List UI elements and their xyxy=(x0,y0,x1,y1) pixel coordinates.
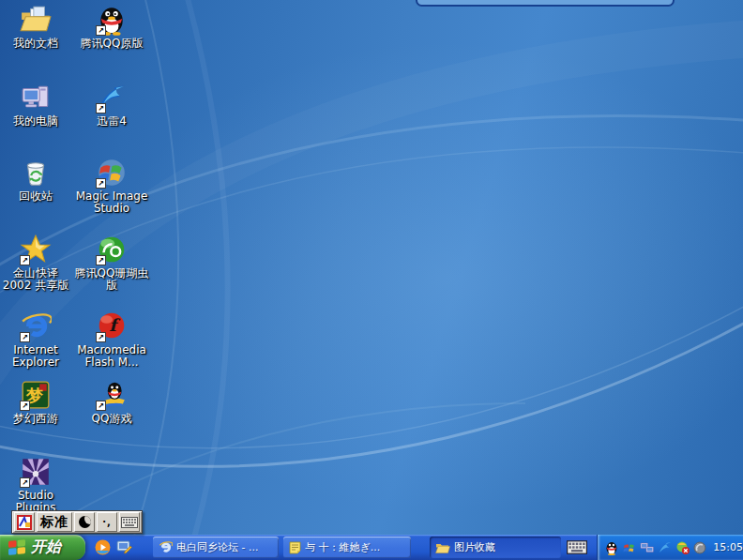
shortcut-arrow-icon: ↗ xyxy=(96,25,106,36)
icon-label: 迅雷4 xyxy=(97,114,127,128)
task-label: 电白同乡论坛 - ... xyxy=(176,540,258,554)
my-computer-icon xyxy=(20,82,52,114)
task-label: 图片收藏 xyxy=(454,540,495,554)
input-method-glyph xyxy=(17,515,32,530)
desktop-icon-qq-games[interactable]: ↗ QQ游戏 xyxy=(71,379,152,425)
desktop-icon-menghuan-xiyou[interactable]: 梦 ↗ 梦幻西游 xyxy=(0,379,76,425)
icon-label: QQ游戏 xyxy=(92,412,132,425)
shortcut-arrow-icon: ↗ xyxy=(96,255,106,265)
icon-label: Magic Image xyxy=(76,189,148,203)
desktop-icon-qq-original[interactable]: ↗ 腾讯QQ原版 xyxy=(71,4,152,50)
keyboard-icon xyxy=(121,517,138,528)
desktop-icon-kingsoft-fastait[interactable]: ↗ 金山快译2002 共享版 xyxy=(0,234,76,292)
icon-label: 金山快译 xyxy=(13,266,58,280)
note-icon xyxy=(289,541,301,554)
icon-label: Studio xyxy=(18,489,53,502)
ime-mode-button[interactable]: 标准 xyxy=(37,512,72,532)
ie-icon xyxy=(159,540,173,554)
xunlei-icon[interactable] xyxy=(658,540,673,555)
system-tray: 15:05 xyxy=(597,535,743,560)
recycle-bin-icon xyxy=(20,157,52,189)
input-method-icon[interactable] xyxy=(14,512,35,532)
icon-label: 我的文档 xyxy=(13,37,58,50)
qq-icon[interactable] xyxy=(604,540,619,555)
start-button[interactable]: 开始 xyxy=(0,535,85,560)
keyboard-icon xyxy=(567,540,587,554)
icon-label: Macromedia xyxy=(77,343,146,356)
desktop-icon-studio-plugins[interactable]: ↗ StudioPlugins xyxy=(0,456,76,514)
icon-label: 腾讯QQ珊瑚虫 xyxy=(75,266,149,280)
shortcut-arrow-icon: ↗ xyxy=(96,103,106,114)
media-player-icon xyxy=(95,539,111,555)
icon-label: Internet xyxy=(13,343,58,356)
desktop-icon-my-computer[interactable]: 我的电脑 xyxy=(0,82,76,128)
shortcut-arrow-icon: ↗ xyxy=(96,401,106,411)
my-documents-icon xyxy=(20,4,52,36)
taskbar-keyboard-indicator[interactable] xyxy=(567,540,587,554)
fullwidth-moon-icon xyxy=(79,516,91,528)
xp-desktop-screen: 我的文档 ↗ 腾讯QQ原版 我的电脑 ↗ 迅雷4 xyxy=(0,0,743,560)
task-button-forum[interactable]: 电白同乡论坛 - ... xyxy=(153,537,279,558)
punctuation-toggle-button[interactable]: ·, xyxy=(97,512,117,532)
fullwidth-toggle-button[interactable] xyxy=(74,512,95,532)
icon-label: 回收站 xyxy=(19,189,53,203)
desktop-icon-macromedia-flash[interactable]: f ↗ MacromediaFlash M... xyxy=(71,310,152,369)
desktop-icon-qq-coral[interactable]: ↗ 腾讯QQ珊瑚虫版 xyxy=(71,234,152,292)
desktop-icon-xunlei4[interactable]: ↗ 迅雷4 xyxy=(71,82,152,128)
task-button-pictures[interactable]: 图片收藏 xyxy=(430,537,561,558)
start-label: 开始 xyxy=(31,537,67,557)
shortcut-arrow-icon: ↗ xyxy=(20,255,30,265)
ime-language-bar[interactable]: 标准 ·, xyxy=(11,510,143,534)
desktop-icon-recycle-bin[interactable]: 回收站 xyxy=(0,157,76,203)
desktop-icon-my-documents[interactable]: 我的文档 xyxy=(0,4,76,50)
shortcut-arrow-icon: ↗ xyxy=(20,332,30,342)
show-desktop-icon xyxy=(116,539,132,555)
windows-flag-icon xyxy=(8,538,26,556)
security-alert-icon[interactable] xyxy=(675,540,690,555)
quick-launch-media-player[interactable] xyxy=(95,539,111,555)
desktop-icon-magic-image-studio[interactable]: ↗ Magic ImageStudio xyxy=(71,157,152,215)
shortcut-arrow-icon: ↗ xyxy=(20,477,30,488)
icon-label: 梦幻西游 xyxy=(13,412,58,425)
icon-label: 我的电脑 xyxy=(13,114,58,128)
taskbar-clock[interactable]: 15:05 xyxy=(713,541,743,553)
icon-label: 腾讯QQ原版 xyxy=(81,37,144,50)
taskbar: 开始 电白同乡论坛 - ... xyxy=(0,535,743,560)
shortcut-arrow-icon: ↗ xyxy=(20,401,30,411)
volume-icon[interactable] xyxy=(692,540,707,555)
task-button-notepad[interactable]: 与 十：維她ぎ... xyxy=(283,537,411,558)
open-folder-icon xyxy=(435,541,450,554)
desktop-icon-internet-explorer[interactable]: ↗ InternetExplorer xyxy=(0,310,76,369)
network-icon[interactable] xyxy=(640,540,655,555)
shortcut-arrow-icon: ↗ xyxy=(96,178,106,189)
task-label: 与 十：維她ぎ... xyxy=(305,540,380,554)
quick-launch-show-desktop[interactable] xyxy=(116,539,132,555)
offscreen-window-edge[interactable] xyxy=(416,0,675,7)
shortcut-arrow-icon: ↗ xyxy=(96,332,106,342)
soft-keyboard-button[interactable] xyxy=(119,512,140,532)
windows-flag-icon[interactable] xyxy=(622,540,637,555)
